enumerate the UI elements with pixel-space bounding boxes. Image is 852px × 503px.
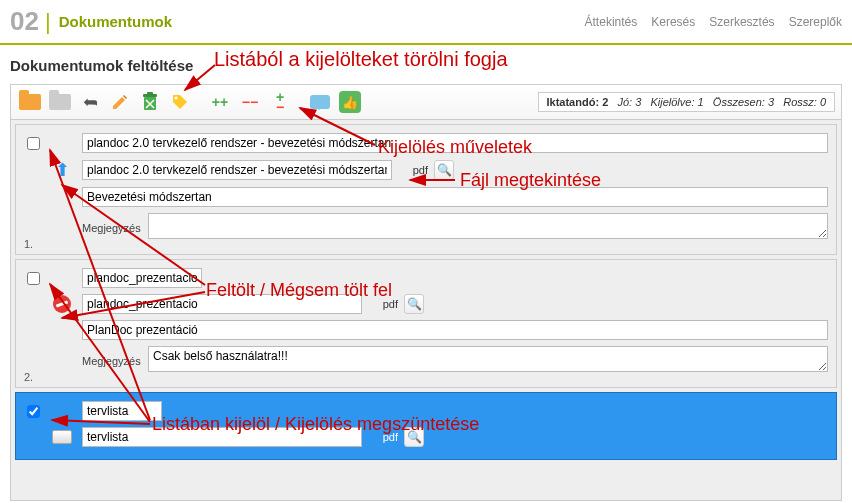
delete-selected-button[interactable] [137, 89, 163, 115]
item-checkbox[interactable] [27, 405, 40, 418]
disk-icon[interactable] [52, 430, 72, 444]
folder-icon [19, 94, 41, 110]
upload-item: ⬆ pdf 🔍 Megjegyzés 1. [15, 124, 837, 255]
item-title-input[interactable] [82, 401, 162, 421]
item-title-input[interactable] [82, 133, 828, 153]
item-title-input[interactable] [82, 268, 202, 288]
comment-button[interactable] [307, 89, 333, 115]
item-filename-input[interactable] [82, 160, 392, 180]
item-checkbox[interactable] [27, 272, 40, 285]
toolbar: ➦ ++ −− +− 👍 Iktatandó: 2 Jó: 3 Kijelölv… [11, 85, 841, 120]
magnifier-icon: 🔍 [407, 430, 422, 444]
item-subject-input[interactable] [82, 187, 828, 207]
folder-grey-icon [49, 94, 71, 110]
deselect-all-icon: −− [242, 97, 258, 107]
folder-disabled-button[interactable] [47, 89, 73, 115]
svg-rect-2 [147, 92, 153, 95]
trash-icon [141, 92, 159, 112]
invert-selection-button[interactable]: +− [267, 89, 293, 115]
select-all-button[interactable]: ++ [207, 89, 233, 115]
invert-icon: +− [276, 92, 284, 112]
item-checkbox[interactable] [27, 137, 40, 150]
note-label: Megjegyzés [82, 355, 142, 367]
file-ext: pdf [368, 298, 398, 310]
file-ext: pdf [368, 431, 398, 443]
status-counts: Iktatandó: 2 Jó: 3 Kijelölve: 1 Összesen… [538, 92, 836, 112]
view-file-button[interactable]: 🔍 [404, 294, 424, 314]
svg-point-3 [175, 97, 178, 100]
item-note-input[interactable] [148, 213, 828, 239]
upload-list: ⬆ pdf 🔍 Megjegyzés 1. [11, 120, 841, 500]
select-all-icon: ++ [212, 97, 228, 107]
logo-number: 02 [10, 6, 39, 37]
note-label: Megjegyzés [82, 222, 142, 234]
back-button[interactable]: ➦ [77, 89, 103, 115]
nav-links: Áttekintés Keresés Szerkesztés Szereplők [585, 15, 842, 29]
item-filename-input[interactable] [82, 294, 362, 314]
nav-edit[interactable]: Szerkesztés [709, 15, 774, 29]
page-title: Dokumentumok feltöltése [0, 45, 852, 84]
item-number: 1. [24, 238, 33, 250]
item-number: 2. [24, 371, 33, 383]
nav-overview[interactable]: Áttekintés [585, 15, 638, 29]
thumb-up-icon: 👍 [339, 91, 361, 113]
magnifier-icon: 🔍 [407, 297, 422, 311]
view-file-button[interactable]: 🔍 [434, 160, 454, 180]
comment-icon [310, 95, 330, 109]
logo-separator: | [45, 9, 51, 35]
deselect-all-button[interactable]: −− [237, 89, 263, 115]
pencil-icon [111, 93, 129, 111]
tag-button[interactable] [167, 89, 193, 115]
view-file-button[interactable]: 🔍 [404, 427, 424, 447]
logo-text: Dokumentumok [59, 13, 172, 30]
upload-item: pdf 🔍 Megjegyzés Csak belső használatra!… [15, 259, 837, 388]
nav-actors[interactable]: Szereplők [789, 15, 842, 29]
folder-open-button[interactable] [17, 89, 43, 115]
topbar: 02 | Dokumentumok Áttekintés Keresés Sze… [0, 0, 852, 45]
nav-search[interactable]: Keresés [651, 15, 695, 29]
magnifier-icon: 🔍 [437, 163, 452, 177]
approve-button[interactable]: 👍 [337, 89, 363, 115]
file-ext: pdf [398, 164, 428, 176]
no-upload-icon[interactable] [53, 295, 71, 313]
back-icon: ➦ [83, 91, 98, 113]
tag-icon [171, 93, 189, 111]
edit-button[interactable] [107, 89, 133, 115]
item-subject-input[interactable] [82, 320, 828, 340]
item-filename-input[interactable] [82, 427, 362, 447]
upload-icon[interactable]: ⬆ [55, 159, 70, 181]
item-note-input[interactable]: Csak belső használatra!!! [148, 346, 828, 372]
upload-item: pdf 🔍 [15, 392, 837, 460]
